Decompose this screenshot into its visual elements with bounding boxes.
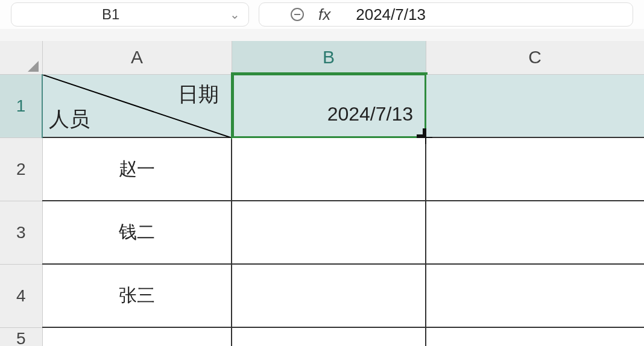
row-header-1[interactable]: 1 xyxy=(0,74,42,137)
row-header-4[interactable]: 4 xyxy=(0,264,42,327)
cell-c5[interactable] xyxy=(426,327,644,346)
row-header-3[interactable]: 3 xyxy=(0,201,42,264)
cell-a4[interactable]: 张三 xyxy=(42,264,232,327)
select-all-icon xyxy=(28,61,39,72)
row-header-2[interactable]: 2 xyxy=(0,137,42,201)
formula-bar: B1 ⌄ fx 2024/7/13 xyxy=(0,0,644,29)
cell-c3[interactable] xyxy=(426,201,644,264)
a1-bottom-label: 人员 xyxy=(49,105,90,133)
spreadsheet: A B C 1 日期 人员 2024/7/13 2 赵一 xyxy=(0,41,644,346)
cell-a5[interactable] xyxy=(42,327,232,346)
select-all-corner[interactable] xyxy=(0,41,42,74)
name-box-value: B1 xyxy=(102,6,119,23)
cell-c2[interactable] xyxy=(426,137,644,201)
grid: A B C 1 日期 人员 2024/7/13 2 赵一 xyxy=(0,41,644,346)
cell-c1[interactable] xyxy=(426,74,644,137)
name-box[interactable]: B1 ⌄ xyxy=(11,2,249,27)
a1-top-label: 日期 xyxy=(178,81,219,109)
fx-icon[interactable]: fx xyxy=(318,5,330,24)
cancel-icon[interactable] xyxy=(291,8,304,21)
cell-a3-value: 钱二 xyxy=(119,222,155,242)
cell-a4-value: 张三 xyxy=(119,285,155,305)
formula-area[interactable]: fx 2024/7/13 xyxy=(259,2,633,27)
formula-input[interactable]: 2024/7/13 xyxy=(356,5,426,24)
chevron-down-icon[interactable]: ⌄ xyxy=(230,7,240,22)
cell-a2[interactable]: 赵一 xyxy=(42,137,232,201)
col-header-b[interactable]: B xyxy=(232,41,426,74)
cell-b5[interactable] xyxy=(232,327,426,346)
row-header-5[interactable]: 5 xyxy=(0,327,42,346)
cell-b3[interactable] xyxy=(232,201,426,264)
cell-c4[interactable] xyxy=(426,264,644,327)
cell-b2[interactable] xyxy=(232,137,426,201)
col-header-a[interactable]: A xyxy=(42,41,232,74)
cell-b1[interactable]: 2024/7/13 xyxy=(232,74,426,137)
cell-a2-value: 赵一 xyxy=(119,159,155,178)
col-header-c[interactable]: C xyxy=(426,41,644,74)
cell-b4[interactable] xyxy=(232,264,426,327)
cell-b1-value: 2024/7/13 xyxy=(239,86,418,125)
cell-a3[interactable]: 钱二 xyxy=(42,201,232,264)
cell-a1[interactable]: 日期 人员 xyxy=(42,74,232,137)
